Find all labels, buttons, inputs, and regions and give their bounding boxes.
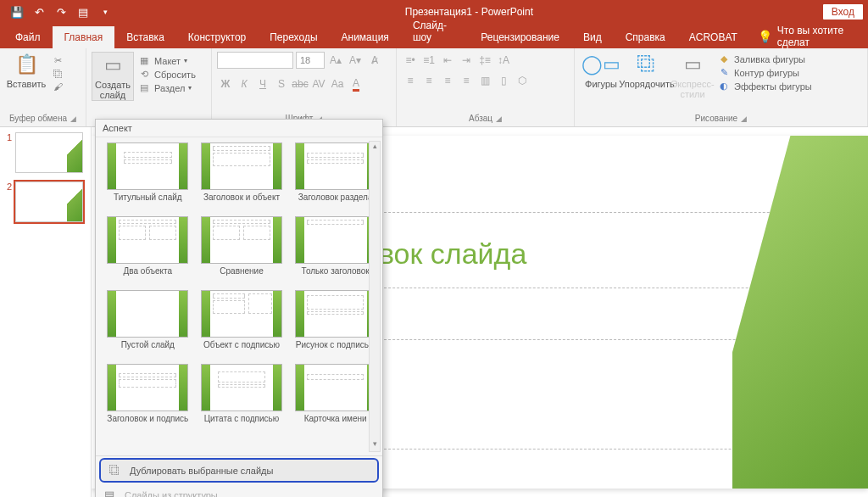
reset-button[interactable]: ⟲Сбросить (137, 69, 196, 80)
tab-slideshow[interactable]: Слайд-шоу (401, 14, 469, 48)
scroll-down-button[interactable]: ▾ (370, 439, 380, 451)
layout-option[interactable]: Два объекта (104, 216, 192, 287)
drawing-dialog-launcher[interactable]: ◢ (741, 114, 747, 123)
line-spacing-button[interactable]: ‡≡ (476, 52, 493, 69)
clipboard-dialog-launcher[interactable]: ◢ (70, 114, 76, 123)
undo-button[interactable]: ↶ (29, 2, 49, 22)
clear-format-button[interactable]: A̷ (366, 52, 383, 69)
layout-option[interactable]: Цитата с подписью (198, 364, 286, 434)
paragraph-dialog-launcher[interactable]: ◢ (496, 114, 502, 123)
layout-label: Пустой слайд (104, 340, 192, 360)
redo-button[interactable]: ↷ (51, 2, 71, 22)
layout-option[interactable]: Заголовок раздела (292, 142, 379, 213)
outline-icon: ✎ (717, 67, 731, 78)
gallery-scrollbar[interactable]: ▴ ▾ (369, 141, 381, 452)
qat-customize-button[interactable]: ▾ (95, 2, 115, 22)
align-center-button[interactable]: ≡ (420, 72, 437, 89)
layout-option[interactable]: Объект с подписью (198, 290, 286, 360)
tab-view[interactable]: Вид (571, 26, 614, 48)
shape-fill-button[interactable]: ◆Заливка фигуры (717, 53, 812, 64)
format-painter-button[interactable]: 🖌 (51, 81, 64, 92)
layout-option[interactable]: Заголовок и подпись (104, 364, 192, 434)
align-right-button[interactable]: ≡ (439, 72, 456, 89)
shapes-button[interactable]: ◯▭Фигуры (580, 52, 622, 89)
tab-design[interactable]: Конструктор (176, 26, 258, 48)
tell-me-search[interactable]: 💡 Что вы хотите сделат (749, 25, 868, 48)
shapes-icon: ◯▭ (581, 52, 620, 77)
layout-option[interactable]: Сравнение (198, 216, 286, 287)
section-button[interactable]: ▤Раздел▾ (137, 82, 196, 93)
grow-font-button[interactable]: A▴ (327, 52, 344, 69)
shrink-font-button[interactable]: A▾ (347, 52, 364, 69)
italic-button[interactable]: К (236, 75, 253, 92)
section-icon: ▤ (137, 82, 151, 93)
scroll-track[interactable] (370, 154, 380, 439)
slides-from-outline-item[interactable]: ▤ Слайды из структуры... (96, 484, 382, 497)
font-family-combo[interactable] (217, 52, 293, 69)
fill-icon: ◆ (717, 53, 731, 64)
layout-option[interactable]: Пустой слайд (104, 290, 192, 360)
columns-button[interactable]: ▥ (476, 72, 493, 89)
window-title: Презентация1 - PowerPoint (115, 6, 823, 18)
scroll-up-button[interactable]: ▴ (370, 142, 380, 154)
quick-styles-button[interactable]: ▭Экспресс-стили (671, 52, 714, 99)
text-direction-button[interactable]: ↕A (495, 52, 512, 69)
paragraph-group-label: Абзац (469, 114, 492, 123)
layout-button[interactable]: ▦Макет▾ (137, 55, 196, 66)
decrease-indent-button[interactable]: ⇤ (439, 52, 456, 69)
numbering-button[interactable]: ≡1 (420, 52, 437, 69)
thumb-number: 1 (3, 132, 12, 142)
tab-animations[interactable]: Анимация (330, 26, 401, 48)
font-size-combo[interactable]: 18 (296, 52, 325, 69)
case-button[interactable]: Aa (329, 75, 346, 92)
tab-help[interactable]: Справка (614, 26, 677, 48)
font-color-button[interactable]: A (348, 75, 364, 92)
tab-home[interactable]: Главная (53, 26, 115, 48)
strike-button[interactable]: abc (292, 75, 309, 92)
cut-button[interactable]: ✂ (51, 55, 64, 66)
layout-option[interactable]: Только заголовок (292, 216, 379, 287)
arrange-button[interactable]: ⿻Упорядочить (626, 52, 668, 89)
signin-button[interactable]: Вход (823, 4, 863, 20)
layout-option[interactable]: Карточка имени (292, 364, 379, 434)
paste-button[interactable]: 📋 Вставить (5, 52, 47, 89)
smartart-button[interactable]: ⬡ (514, 72, 531, 89)
justify-button[interactable]: ≡ (458, 72, 475, 89)
new-slide-button[interactable]: ▭ Создать слайд (92, 52, 134, 101)
layout-option[interactable]: Заголовок и объект (198, 142, 286, 213)
scissors-icon: ✂ (51, 55, 64, 66)
layout-label: Цитата с подписью (198, 414, 286, 434)
tab-review[interactable]: Рецензирование (469, 26, 571, 48)
clipboard-icon: 📋 (15, 52, 38, 77)
tab-insert[interactable]: Вставка (114, 26, 176, 48)
layout-label: Сравнение (198, 266, 286, 287)
align-left-button[interactable]: ≡ (402, 72, 419, 89)
shape-outline-button[interactable]: ✎Контур фигуры (717, 67, 812, 78)
brush-icon: 🖌 (51, 81, 64, 92)
tab-acrobat[interactable]: ACROBAT (677, 26, 749, 48)
duplicate-slides-item[interactable]: ⿻ Дублировать выбранные слайды (99, 458, 379, 483)
slide-thumbnail-1[interactable] (15, 132, 83, 173)
underline-button[interactable]: Ч (254, 75, 271, 92)
shape-effects-button[interactable]: ◐Эффекты фигуры (717, 81, 812, 92)
layout-option[interactable]: Рисунок с подписью (292, 290, 379, 360)
new-slide-icon: ▭ (104, 53, 122, 78)
slide-thumbnail-2[interactable] (15, 181, 83, 222)
copy-button[interactable]: ⿻ (51, 69, 64, 79)
tab-file[interactable]: Файл (3, 26, 53, 48)
layout-label: Заголовок и подпись (104, 414, 192, 434)
start-slideshow-button[interactable]: ▤ (73, 2, 93, 22)
layout-label: Титульный слайд (104, 193, 192, 213)
bullets-button[interactable]: ≡• (402, 52, 419, 69)
shadow-button[interactable]: S (273, 75, 290, 92)
styles-icon: ▭ (684, 52, 702, 77)
increase-indent-button[interactable]: ⇥ (458, 52, 475, 69)
spacing-button[interactable]: AV (310, 75, 327, 92)
align-text-button[interactable]: ▯ (495, 72, 512, 89)
tab-transitions[interactable]: Переходы (258, 26, 329, 48)
layout-option[interactable]: Титульный слайд (104, 142, 192, 213)
drawing-group-label: Рисование (695, 114, 737, 123)
save-button[interactable]: 💾 (7, 2, 27, 22)
slide-thumbnail-panel[interactable]: 1 2 (0, 127, 92, 497)
bold-button[interactable]: Ж (217, 75, 234, 92)
